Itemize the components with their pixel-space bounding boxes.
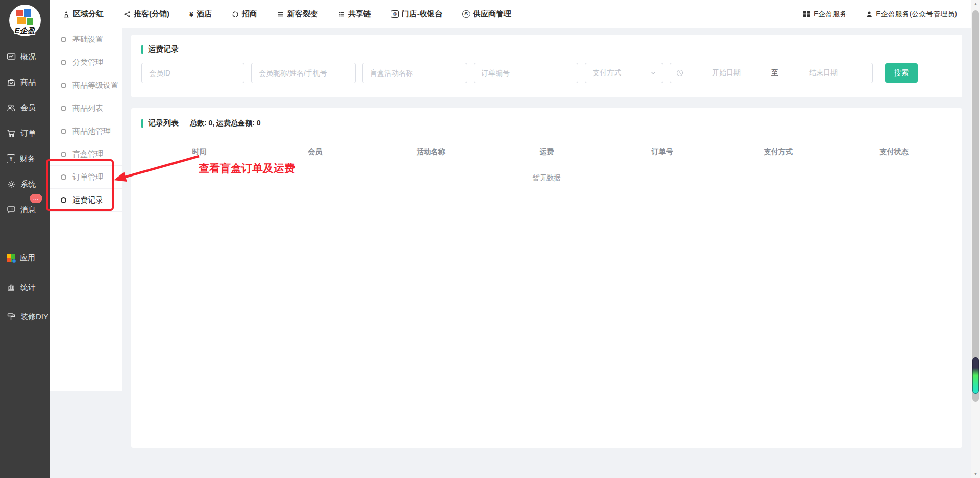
topnav-item-share-chain[interactable]: 共享链 <box>338 9 371 19</box>
menu-lines-icon <box>277 11 284 18</box>
submenu-item-label: 基础设置 <box>72 35 103 44</box>
primary-nav: 概况 商品 会员 订单 ¥ 财务 系统 消息 ... <box>0 44 50 222</box>
scroll-up-icon[interactable]: ▲ <box>971 2 980 6</box>
scroll-position-marker <box>972 357 979 394</box>
sidebar-item-label: 财务 <box>20 154 35 164</box>
cycle-icon <box>232 11 239 18</box>
diy-icon <box>7 312 16 321</box>
topnav-item-label: 新客裂变 <box>287 9 318 19</box>
topnav-item-region-dividend[interactable]: 区域分红 <box>63 9 104 19</box>
date-range-picker[interactable]: 开始日期 至 结束日期 <box>670 63 873 83</box>
sidebar-item-label: 商品 <box>20 78 36 87</box>
sidebar-item-label: 概况 <box>20 52 36 62</box>
date-range-separator: 至 <box>769 68 780 78</box>
sidebar-item-goods[interactable]: 商品 <box>0 69 50 95</box>
activity-name-input[interactable] <box>362 63 467 83</box>
sidebar-item-diy[interactable]: 装修DIY <box>0 304 50 330</box>
records-panel: 记录列表 总数: 0, 运费总金额: 0 时间 会员 活动名称 运费 订单号 支… <box>131 108 962 448</box>
topnav-item-distribution[interactable]: 推客(分销) <box>124 9 169 19</box>
overview-icon <box>7 52 16 61</box>
topnav-item-investment[interactable]: 招商 <box>232 9 257 19</box>
column-header: 支付状态 <box>836 147 952 157</box>
accent-bar <box>141 119 143 128</box>
topnav-right: E企盈服务 E企盈服务(公众号管理员) <box>803 10 957 19</box>
sidebar-item-system[interactable]: 系统 <box>0 171 50 197</box>
circle-icon <box>61 106 66 111</box>
logo-block-green <box>27 18 33 25</box>
main-content: 运费记录 支付方式 开始日期 至 结束日期 搜索 记录列表 总数: 0, 运费总… <box>122 28 971 478</box>
topnav-service-menu[interactable]: E企盈服务 <box>803 10 847 19</box>
submenu-item-basic-settings[interactable]: 基础设置 <box>50 28 122 51</box>
topnav-item-label: 区域分红 <box>73 9 104 19</box>
submenu-item-order-mgmt[interactable]: 订单管理 <box>50 166 122 189</box>
submenu-item-freight-records[interactable]: 运费记录 <box>50 189 122 212</box>
column-header: 时间 <box>141 147 257 157</box>
circle-icon <box>61 83 66 88</box>
sidebar-item-messages[interactable]: 消息 ... <box>0 197 50 222</box>
sidebar-item-label: 消息 <box>20 205 36 215</box>
submenu-item-label: 分类管理 <box>72 58 103 67</box>
topnav-item-new-customer[interactable]: 新客裂变 <box>277 9 318 19</box>
sidebar-item-members[interactable]: 会员 <box>0 95 50 120</box>
submenu-item-goods-level[interactable]: 商品等级设置 <box>50 74 122 97</box>
sidebar-item-label: 会员 <box>20 103 36 113</box>
sidebar-item-label: 统计 <box>20 283 36 292</box>
submenu-item-category[interactable]: 分类管理 <box>50 51 122 74</box>
search-button[interactable]: 搜索 <box>885 63 918 83</box>
message-badge: ... <box>30 194 42 203</box>
scrollbar-thumb[interactable] <box>972 10 979 402</box>
submenu-item-goods-list[interactable]: 商品列表 <box>50 97 122 120</box>
records-summary: 总数: 0, 运费总金额: 0 <box>190 119 260 128</box>
finance-icon: ¥ <box>7 154 15 163</box>
sidebar-item-label: 应用 <box>20 253 35 263</box>
topnav-item-store-cashier[interactable]: @ 门店-收银台 <box>391 9 443 19</box>
sidebar-item-overview[interactable]: 概况 <box>0 44 50 69</box>
circle-icon <box>61 152 66 157</box>
at-square-icon: @ <box>391 10 399 18</box>
sidebar-item-label: 装修DIY <box>20 312 48 322</box>
logo-block-red <box>16 10 23 16</box>
topnav-item-label: 酒店 <box>197 9 212 19</box>
scroll-down-icon[interactable]: ▼ <box>971 472 980 476</box>
clock-icon <box>676 69 683 77</box>
sidebar-item-label: 订单 <box>20 129 36 138</box>
sidebar-item-orders[interactable]: 订单 <box>0 120 50 146</box>
sidebar-item-stats[interactable]: 统计 <box>0 274 50 300</box>
topnav-item-label: 招商 <box>242 9 257 19</box>
topnav-item-label: 供应商管理 <box>473 9 511 19</box>
column-header: 运费 <box>489 147 605 157</box>
submenu-item-label: 商品列表 <box>72 104 103 113</box>
select-placeholder: 支付方式 <box>593 68 621 78</box>
circle-icon <box>61 174 66 180</box>
topnav-item-label: E企盈服务 <box>814 10 847 19</box>
page-scrollbar[interactable]: ▲ ▼ <box>971 0 980 478</box>
goods-icon <box>7 78 16 87</box>
submenu-item-blindbox[interactable]: 盲盒管理 <box>50 143 122 166</box>
records-table-header: 时间 会员 活动名称 运费 订单号 支付方式 支付状态 <box>141 142 952 162</box>
user-icon <box>866 11 873 18</box>
pay-method-select[interactable]: 支付方式 <box>585 63 663 83</box>
circle-icon <box>61 197 66 203</box>
topnav-account-menu[interactable]: E企盈服务(公众号管理员) <box>866 10 957 19</box>
freight-search-panel: 运费记录 支付方式 开始日期 至 结束日期 搜索 <box>131 35 962 97</box>
submenu-item-goods-pool[interactable]: 商品池管理 <box>50 120 122 143</box>
topnav-item-supplier[interactable]: S 供应商管理 <box>462 9 511 19</box>
date-end-placeholder: 结束日期 <box>780 68 866 78</box>
submenu-item-label: 盲盒管理 <box>72 149 103 159</box>
member-id-input[interactable] <box>141 63 244 83</box>
order-no-input[interactable] <box>474 63 578 83</box>
top-navbar: 区域分红 推客(分销) ¥ 酒店 招商 新客裂变 共享链 @ 门店-收银台 S … <box>50 0 971 28</box>
submenu-item-label: 订单管理 <box>72 172 103 182</box>
panel-title: 记录列表 <box>148 118 179 128</box>
member-name-input[interactable] <box>251 63 356 83</box>
share-icon <box>124 11 131 18</box>
date-start-placeholder: 开始日期 <box>683 68 769 78</box>
yen-icon: ¥ <box>189 11 193 18</box>
chevron-down-icon <box>650 70 656 76</box>
sidebar-item-apps[interactable]: 应用 <box>0 245 50 270</box>
brand-logo[interactable]: E企盈 <box>0 0 50 44</box>
logo-block-blue <box>24 9 31 17</box>
sidebar-item-finance[interactable]: ¥ 财务 <box>0 146 50 171</box>
search-form: 支付方式 开始日期 至 结束日期 搜索 <box>141 63 952 83</box>
topnav-item-hotel[interactable]: ¥ 酒店 <box>189 9 212 19</box>
